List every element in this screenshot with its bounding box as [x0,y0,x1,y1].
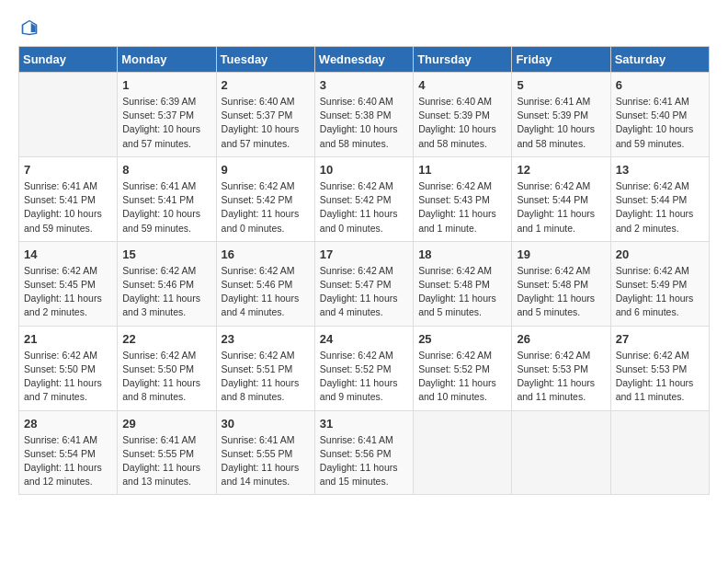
day-info: Sunrise: 6:41 AMSunset: 5:39 PMDaylight:… [517,95,605,151]
day-number: 24 [320,332,408,346]
day-number: 21 [24,332,112,346]
calendar-cell: 15Sunrise: 6:42 AMSunset: 5:46 PMDayligh… [118,241,216,326]
calendar-cell: 26Sunrise: 6:42 AMSunset: 5:53 PMDayligh… [512,326,610,410]
day-number: 8 [122,163,210,177]
calendar-cell: 5Sunrise: 6:41 AMSunset: 5:39 PMDaylight… [512,73,610,157]
day-number: 17 [320,247,408,261]
day-header-wednesday: Wednesday [314,47,413,73]
day-number: 6 [616,78,704,92]
day-number: 20 [616,247,704,261]
calendar-cell: 24Sunrise: 6:42 AMSunset: 5:52 PMDayligh… [314,326,413,410]
calendar-cell: 9Sunrise: 6:42 AMSunset: 5:42 PMDaylight… [216,156,314,241]
day-number: 30 [222,417,310,431]
day-number: 29 [122,417,210,431]
day-number: 14 [24,247,112,261]
day-header-saturday: Saturday [610,47,709,73]
calendar-cell: 18Sunrise: 6:42 AMSunset: 5:48 PMDayligh… [414,241,512,326]
calendar-cell: 1Sunrise: 6:39 AMSunset: 5:37 PMDaylight… [118,73,216,157]
day-header-sunday: Sunday [19,47,118,73]
day-number: 26 [517,332,605,346]
day-header-friday: Friday [512,47,610,73]
day-info: Sunrise: 6:42 AMSunset: 5:50 PMDaylight:… [24,349,112,405]
day-number: 1 [122,78,210,92]
calendar-cell: 4Sunrise: 6:40 AMSunset: 5:39 PMDaylight… [414,73,512,157]
day-info: Sunrise: 6:41 AMSunset: 5:40 PMDaylight:… [616,95,704,151]
day-number: 22 [122,332,210,346]
calendar-cell: 21Sunrise: 6:42 AMSunset: 5:50 PMDayligh… [19,326,118,410]
day-number: 28 [24,417,112,431]
day-info: Sunrise: 6:41 AMSunset: 5:55 PMDaylight:… [222,433,310,489]
calendar-cell [19,73,118,157]
day-number: 4 [418,78,506,92]
calendar-cell: 3Sunrise: 6:40 AMSunset: 5:38 PMDaylight… [314,73,413,157]
day-header-tuesday: Tuesday [216,47,314,73]
day-number: 18 [418,247,506,261]
calendar-cell: 22Sunrise: 6:42 AMSunset: 5:50 PMDayligh… [118,326,216,410]
calendar-cell [610,410,709,495]
calendar-cell: 2Sunrise: 6:40 AMSunset: 5:37 PMDaylight… [216,73,314,157]
day-number: 11 [418,163,506,177]
day-info: Sunrise: 6:41 AMSunset: 5:41 PMDaylight:… [122,179,210,236]
day-info: Sunrise: 6:42 AMSunset: 5:45 PMDaylight:… [24,264,112,320]
day-number: 12 [517,163,605,177]
calendar-cell: 23Sunrise: 6:42 AMSunset: 5:51 PMDayligh… [216,326,314,410]
calendar-cell: 11Sunrise: 6:42 AMSunset: 5:43 PMDayligh… [414,156,512,241]
day-info: Sunrise: 6:42 AMSunset: 5:53 PMDaylight:… [517,349,605,405]
day-number: 2 [222,78,310,92]
day-header-thursday: Thursday [414,47,512,73]
day-number: 3 [320,78,408,92]
day-info: Sunrise: 6:42 AMSunset: 5:53 PMDaylight:… [616,349,704,405]
calendar-header-row: SundayMondayTuesdayWednesdayThursdayFrid… [19,47,710,73]
week-row-5: 28Sunrise: 6:41 AMSunset: 5:54 PMDayligh… [19,410,710,495]
day-number: 27 [616,332,704,346]
week-row-2: 7Sunrise: 6:41 AMSunset: 5:41 PMDaylight… [19,156,710,241]
day-info: Sunrise: 6:42 AMSunset: 5:42 PMDaylight:… [222,179,310,236]
calendar-cell [414,410,512,495]
day-number: 25 [418,332,506,346]
day-header-monday: Monday [118,47,216,73]
day-info: Sunrise: 6:42 AMSunset: 5:46 PMDaylight:… [122,264,210,320]
calendar-cell: 19Sunrise: 6:42 AMSunset: 5:48 PMDayligh… [512,241,610,326]
day-info: Sunrise: 6:42 AMSunset: 5:52 PMDaylight:… [320,349,408,405]
day-number: 31 [320,417,408,431]
day-info: Sunrise: 6:42 AMSunset: 5:51 PMDaylight:… [222,349,310,405]
calendar-cell: 6Sunrise: 6:41 AMSunset: 5:40 PMDaylight… [610,73,709,157]
calendar-cell: 20Sunrise: 6:42 AMSunset: 5:49 PMDayligh… [610,241,709,326]
day-info: Sunrise: 6:42 AMSunset: 5:46 PMDaylight:… [222,264,310,320]
week-row-1: 1Sunrise: 6:39 AMSunset: 5:37 PMDaylight… [19,73,710,157]
day-number: 10 [320,163,408,177]
logo-icon [20,18,39,37]
day-number: 23 [222,332,310,346]
calendar-cell: 7Sunrise: 6:41 AMSunset: 5:41 PMDaylight… [19,156,118,241]
day-number: 19 [517,247,605,261]
calendar-cell: 10Sunrise: 6:42 AMSunset: 5:42 PMDayligh… [314,156,413,241]
day-number: 13 [616,163,704,177]
calendar-cell: 13Sunrise: 6:42 AMSunset: 5:44 PMDayligh… [610,156,709,241]
day-number: 16 [222,247,310,261]
day-number: 5 [517,78,605,92]
day-info: Sunrise: 6:42 AMSunset: 5:52 PMDaylight:… [418,349,506,405]
day-info: Sunrise: 6:42 AMSunset: 5:48 PMDaylight:… [418,264,506,320]
calendar-cell [512,410,610,495]
day-info: Sunrise: 6:41 AMSunset: 5:41 PMDaylight:… [24,179,112,236]
day-info: Sunrise: 6:40 AMSunset: 5:38 PMDaylight:… [320,95,408,151]
calendar-cell: 30Sunrise: 6:41 AMSunset: 5:55 PMDayligh… [216,410,314,495]
week-row-4: 21Sunrise: 6:42 AMSunset: 5:50 PMDayligh… [19,326,710,410]
day-info: Sunrise: 6:42 AMSunset: 5:49 PMDaylight:… [616,264,704,320]
calendar-table: SundayMondayTuesdayWednesdayThursdayFrid… [18,46,710,495]
day-info: Sunrise: 6:41 AMSunset: 5:55 PMDaylight:… [122,433,210,489]
day-number: 7 [24,163,112,177]
calendar-cell: 8Sunrise: 6:41 AMSunset: 5:41 PMDaylight… [118,156,216,241]
day-info: Sunrise: 6:40 AMSunset: 5:37 PMDaylight:… [222,95,310,151]
calendar-cell: 14Sunrise: 6:42 AMSunset: 5:45 PMDayligh… [19,241,118,326]
calendar-cell: 31Sunrise: 6:41 AMSunset: 5:56 PMDayligh… [314,410,413,495]
day-info: Sunrise: 6:42 AMSunset: 5:48 PMDaylight:… [517,264,605,320]
day-number: 15 [122,247,210,261]
day-info: Sunrise: 6:42 AMSunset: 5:50 PMDaylight:… [122,349,210,405]
calendar-cell: 25Sunrise: 6:42 AMSunset: 5:52 PMDayligh… [414,326,512,410]
page-header [18,18,710,37]
day-info: Sunrise: 6:42 AMSunset: 5:43 PMDaylight:… [418,179,506,236]
week-row-3: 14Sunrise: 6:42 AMSunset: 5:45 PMDayligh… [19,241,710,326]
calendar-cell: 27Sunrise: 6:42 AMSunset: 5:53 PMDayligh… [610,326,709,410]
calendar-cell: 12Sunrise: 6:42 AMSunset: 5:44 PMDayligh… [512,156,610,241]
